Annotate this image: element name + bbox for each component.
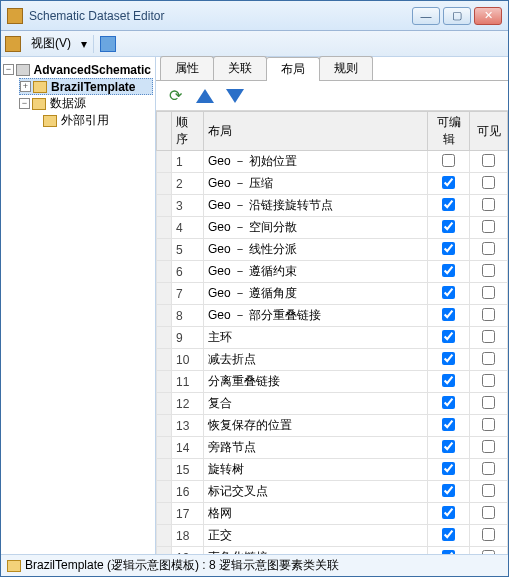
cell-visible[interactable]	[470, 305, 508, 327]
editable-checkbox[interactable]	[442, 264, 455, 277]
visible-checkbox[interactable]	[482, 352, 495, 365]
table-row[interactable]: 15旋转树	[157, 459, 508, 481]
visible-checkbox[interactable]	[482, 242, 495, 255]
tab-rule[interactable]: 规则	[319, 56, 373, 80]
cell-visible[interactable]	[470, 415, 508, 437]
tab-rel[interactable]: 关联	[213, 56, 267, 80]
cell-visible[interactable]	[470, 503, 508, 525]
table-scroll[interactable]: 顺序 布局 可编辑 可见 1Geo － 初始位置2Geo － 压缩3Geo － …	[156, 111, 508, 554]
table-row[interactable]: 2Geo － 压缩	[157, 173, 508, 195]
cell-editable[interactable]	[428, 437, 470, 459]
editable-checkbox[interactable]	[442, 396, 455, 409]
visible-checkbox[interactable]	[482, 374, 495, 387]
cell-editable[interactable]	[428, 239, 470, 261]
cell-editable[interactable]	[428, 415, 470, 437]
visible-checkbox[interactable]	[482, 308, 495, 321]
cell-visible[interactable]	[470, 239, 508, 261]
table-row[interactable]: 9主环	[157, 327, 508, 349]
cell-editable[interactable]	[428, 393, 470, 415]
editable-checkbox[interactable]	[442, 330, 455, 343]
maximize-button[interactable]: ▢	[443, 7, 471, 25]
col-editable[interactable]: 可编辑	[428, 112, 470, 151]
editable-checkbox[interactable]	[442, 176, 455, 189]
editable-checkbox[interactable]	[442, 374, 455, 387]
editable-checkbox[interactable]	[442, 154, 455, 167]
refresh-button[interactable]: ⟳	[164, 85, 186, 107]
cell-visible[interactable]	[470, 261, 508, 283]
expand-icon[interactable]: +	[20, 81, 31, 92]
cell-visible[interactable]	[470, 151, 508, 173]
table-row[interactable]: 11分离重叠链接	[157, 371, 508, 393]
tab-layout[interactable]: 布局	[266, 57, 320, 81]
table-row[interactable]: 1Geo － 初始位置	[157, 151, 508, 173]
editable-checkbox[interactable]	[442, 198, 455, 211]
cell-editable[interactable]	[428, 217, 470, 239]
cell-editable[interactable]	[428, 349, 470, 371]
editable-checkbox[interactable]	[442, 242, 455, 255]
table-row[interactable]: 13恢复保存的位置	[157, 415, 508, 437]
cell-editable[interactable]	[428, 261, 470, 283]
visible-checkbox[interactable]	[482, 330, 495, 343]
cell-visible[interactable]	[470, 437, 508, 459]
tree-template[interactable]: + BrazilTemplate	[19, 78, 153, 95]
table-row[interactable]: 18正交	[157, 525, 508, 547]
cell-editable[interactable]	[428, 305, 470, 327]
editable-checkbox[interactable]	[442, 462, 455, 475]
cell-visible[interactable]	[470, 195, 508, 217]
table-row[interactable]: 14旁路节点	[157, 437, 508, 459]
cell-editable[interactable]	[428, 459, 470, 481]
visible-checkbox[interactable]	[482, 154, 495, 167]
move-up-button[interactable]	[194, 85, 216, 107]
tree-root[interactable]: − AdvancedSchematic	[3, 61, 153, 78]
editable-checkbox[interactable]	[442, 220, 455, 233]
tab-attr[interactable]: 属性	[160, 56, 214, 80]
visible-checkbox[interactable]	[482, 462, 495, 475]
editable-checkbox[interactable]	[442, 506, 455, 519]
cell-editable[interactable]	[428, 481, 470, 503]
editable-checkbox[interactable]	[442, 286, 455, 299]
visible-checkbox[interactable]	[482, 418, 495, 431]
cell-editable[interactable]	[428, 151, 470, 173]
table-row[interactable]: 19直角化链接	[157, 547, 508, 555]
cell-editable[interactable]	[428, 327, 470, 349]
visible-checkbox[interactable]	[482, 396, 495, 409]
visible-checkbox[interactable]	[482, 176, 495, 189]
visible-checkbox[interactable]	[482, 506, 495, 519]
cell-editable[interactable]	[428, 283, 470, 305]
editable-checkbox[interactable]	[442, 308, 455, 321]
editable-checkbox[interactable]	[442, 352, 455, 365]
table-row[interactable]: 4Geo － 空间分散	[157, 217, 508, 239]
table-row[interactable]: 17格网	[157, 503, 508, 525]
visible-checkbox[interactable]	[482, 264, 495, 277]
cell-editable[interactable]	[428, 525, 470, 547]
visible-checkbox[interactable]	[482, 220, 495, 233]
cell-visible[interactable]	[470, 217, 508, 239]
table-row[interactable]: 3Geo － 沿链接旋转节点	[157, 195, 508, 217]
editable-checkbox[interactable]	[442, 484, 455, 497]
table-row[interactable]: 12复合	[157, 393, 508, 415]
move-down-button[interactable]	[224, 85, 246, 107]
editable-checkbox[interactable]	[442, 440, 455, 453]
visible-checkbox[interactable]	[482, 440, 495, 453]
table-row[interactable]: 16标记交叉点	[157, 481, 508, 503]
table-row[interactable]: 8Geo － 部分重叠链接	[157, 305, 508, 327]
collapse-icon[interactable]: −	[3, 64, 14, 75]
table-row[interactable]: 5Geo － 线性分派	[157, 239, 508, 261]
cell-editable[interactable]	[428, 371, 470, 393]
cell-visible[interactable]	[470, 327, 508, 349]
editable-checkbox[interactable]	[442, 528, 455, 541]
save-icon[interactable]	[100, 36, 116, 52]
cell-visible[interactable]	[470, 481, 508, 503]
menu-view[interactable]: 视图(V)	[27, 33, 75, 54]
visible-checkbox[interactable]	[482, 198, 495, 211]
cell-editable[interactable]	[428, 503, 470, 525]
minimize-button[interactable]: —	[412, 7, 440, 25]
cell-visible[interactable]	[470, 525, 508, 547]
expand-icon[interactable]: −	[19, 98, 30, 109]
close-button[interactable]: ✕	[474, 7, 502, 25]
col-order[interactable]: 顺序	[172, 112, 204, 151]
tree-datasource[interactable]: − 数据源	[19, 95, 153, 112]
cell-visible[interactable]	[470, 173, 508, 195]
cell-visible[interactable]	[470, 393, 508, 415]
col-layout[interactable]: 布局	[204, 112, 428, 151]
